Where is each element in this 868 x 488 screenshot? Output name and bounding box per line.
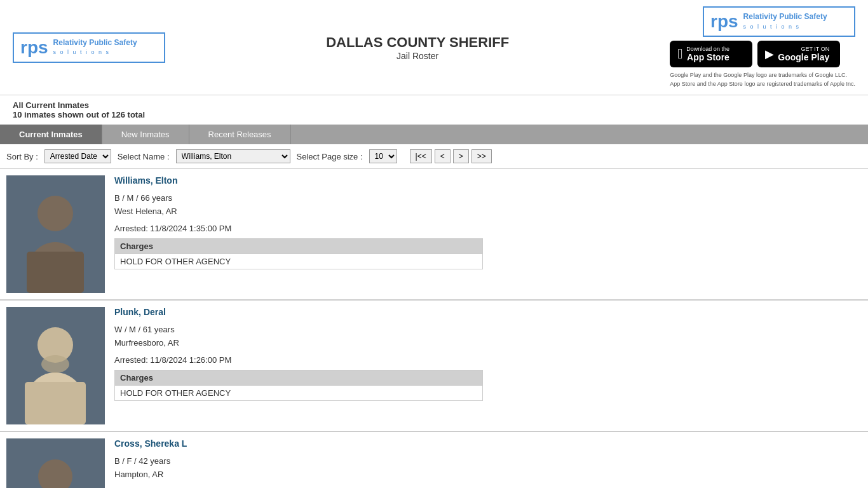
charges-body: HOLD FOR OTHER AGENCY bbox=[115, 254, 482, 269]
app-buttons:  Download on the App Store ▶ GET IT ON … bbox=[670, 41, 855, 67]
select-name-label: Select Name : bbox=[118, 152, 170, 161]
logo-left: rps Relativity Public Safety s o l u t i… bbox=[13, 32, 165, 63]
logo-rps-text-right: rps bbox=[710, 11, 738, 32]
inmate-info: Cross, Shereka L B / F / 42 years Hampto… bbox=[114, 438, 862, 488]
logo-relativity-right: Relativity Public Safety bbox=[743, 12, 827, 21]
pagination-next[interactable]: > bbox=[453, 149, 469, 163]
download-label: Download on the bbox=[686, 46, 729, 52]
app-store-section:  Download on the App Store ▶ GET IT ON … bbox=[670, 41, 855, 88]
page-size-select[interactable]: 10 bbox=[369, 149, 397, 163]
table-row: Cross, Shereka L B / F / 42 years Hampto… bbox=[0, 432, 868, 488]
svg-point-8 bbox=[41, 355, 69, 373]
logo-text-left: Relativity Public Safety s o l u t i o n… bbox=[53, 38, 137, 57]
subheader-line2: 10 inmates shown out of 126 total bbox=[13, 110, 855, 119]
inmate-list: Williams, Elton B / M / 66 years West He… bbox=[0, 169, 868, 488]
inmate-details: W / M / 61 years Murfreesboro, AR bbox=[114, 323, 862, 350]
inmate-photo bbox=[6, 175, 105, 293]
page-header: rps Relativity Public Safety s o l u t i… bbox=[0, 0, 868, 95]
inmate-race-gender-age: W / M / 61 years bbox=[114, 323, 862, 337]
app-store-text: Download on the App Store bbox=[686, 46, 729, 62]
logo-right: rps Relativity Public Safety s o l u t i… bbox=[703, 6, 855, 37]
inmate-info: Williams, Elton B / M / 66 years West He… bbox=[114, 175, 862, 269]
select-name-select[interactable]: Williams, Elton bbox=[176, 149, 290, 163]
charges-table: Charges HOLD FOR OTHER AGENCY bbox=[114, 370, 483, 401]
google-play-label: GET IT ON bbox=[778, 46, 829, 52]
inmate-photo bbox=[6, 438, 105, 488]
inmate-name[interactable]: Plunk, Deral bbox=[114, 307, 862, 317]
inmate-name[interactable]: Cross, Shereka L bbox=[114, 438, 862, 449]
google-play-text: GET IT ON Google Play bbox=[778, 46, 829, 62]
svg-rect-3 bbox=[27, 252, 84, 293]
inmate-location: Murfreesboro, AR bbox=[114, 337, 862, 350]
subheader-line1: All Current Inmates bbox=[13, 100, 855, 110]
logo-rps-text-left: rps bbox=[20, 37, 48, 58]
pagination-last[interactable]: >> bbox=[471, 149, 492, 163]
header-center: DALLAS COUNTY SHERIFF Jail Roster bbox=[326, 34, 509, 61]
tab-recent-releases[interactable]: Recent Releases bbox=[189, 125, 291, 144]
pagination-first[interactable]: |<< bbox=[410, 149, 432, 163]
logo-solutions-right: s o l u t i o n s bbox=[743, 24, 801, 30]
table-row: Plunk, Deral W / M / 61 years Murfreesbo… bbox=[0, 301, 868, 432]
logo-relativity-left: Relativity Public Safety bbox=[53, 38, 137, 47]
google-play-store-label: Google Play bbox=[778, 52, 829, 62]
app-disclaimer: Google Play and the Google Play logo are… bbox=[670, 71, 855, 88]
pagination-prev[interactable]: < bbox=[435, 149, 451, 163]
logo-text-right: Relativity Public Safety s o l u t i o n… bbox=[743, 12, 827, 30]
charges-table: Charges HOLD FOR OTHER AGENCY bbox=[114, 238, 483, 269]
table-row: Williams, Elton B / M / 66 years West He… bbox=[0, 169, 868, 301]
inmate-location: Hampton, AR bbox=[114, 468, 862, 482]
svg-point-1 bbox=[37, 196, 73, 231]
inmate-location: West Helena, AR bbox=[114, 205, 862, 219]
arrested-line: Arrested: 11/8/2024 1:35:00 PM bbox=[114, 224, 862, 233]
app-store-label: App Store bbox=[686, 52, 729, 62]
sort-by-label: Sort By : bbox=[6, 152, 38, 161]
inmate-details: B / M / 66 years West Helena, AR bbox=[114, 192, 862, 219]
logo-solutions-left: s o l u t i o n s bbox=[53, 49, 111, 55]
charges-body: HOLD FOR OTHER AGENCY bbox=[115, 386, 482, 400]
arrested-line: Arrested: 11/8/2024 1:26:00 PM bbox=[114, 355, 862, 365]
page-size-label: Select Page size : bbox=[297, 152, 363, 161]
tab-current-inmates[interactable]: Current Inmates bbox=[0, 125, 102, 144]
inmate-photo bbox=[6, 307, 105, 424]
apple-icon:  bbox=[677, 46, 682, 62]
disclaimer-line2: App Store and the App Store logo are reg… bbox=[670, 81, 855, 87]
controls-bar: Sort By : Arrested Date Select Name : Wi… bbox=[0, 144, 868, 169]
pagination: |<< < > >> bbox=[410, 149, 492, 163]
disclaimer-line1: Google Play and the Google Play logo are… bbox=[670, 72, 847, 78]
google-play-button[interactable]: ▶ GET IT ON Google Play bbox=[757, 41, 840, 67]
inmate-name[interactable]: Williams, Elton bbox=[114, 175, 862, 186]
charges-header: Charges bbox=[115, 239, 482, 254]
subheader: All Current Inmates 10 inmates shown out… bbox=[0, 95, 868, 125]
charges-header: Charges bbox=[115, 370, 482, 386]
app-store-button[interactable]:  Download on the App Store bbox=[670, 41, 752, 67]
google-play-icon: ▶ bbox=[765, 47, 774, 61]
tab-new-inmates[interactable]: New Inmates bbox=[102, 125, 189, 144]
inmate-race-gender-age: B / M / 66 years bbox=[114, 192, 862, 205]
page-subtitle: Jail Roster bbox=[326, 51, 509, 61]
sort-by-select[interactable]: Arrested Date bbox=[44, 149, 111, 163]
page-title: DALLAS COUNTY SHERIFF bbox=[326, 34, 509, 51]
inmate-details: B / F / 42 years Hampton, AR bbox=[114, 455, 862, 482]
svg-rect-7 bbox=[25, 382, 86, 424]
inmate-race-gender-age: B / F / 42 years bbox=[114, 455, 862, 468]
inmate-info: Plunk, Deral W / M / 61 years Murfreesbo… bbox=[114, 307, 862, 401]
nav-tabs: Current Inmates New Inmates Recent Relea… bbox=[0, 125, 868, 144]
